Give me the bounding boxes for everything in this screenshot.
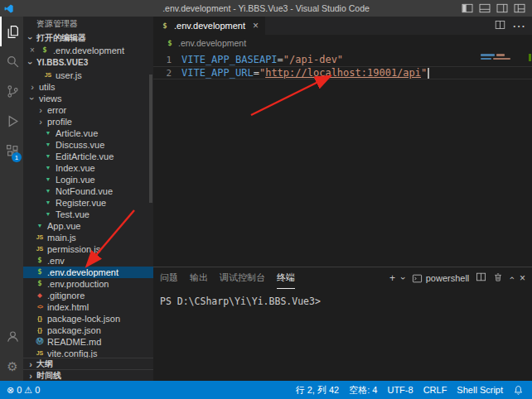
toggle-sidebar-icon[interactable] bbox=[462, 3, 473, 13]
tree-item-NotFound.vue[interactable]: ▼NotFound.vue bbox=[23, 185, 153, 197]
search-icon[interactable] bbox=[0, 46, 23, 76]
tree-item-Register.vue[interactable]: ▼Register.vue bbox=[23, 197, 153, 209]
close-icon[interactable]: × bbox=[28, 46, 36, 55]
tree-item-user.js[interactable]: JSuser.js bbox=[23, 70, 153, 81]
split-editor-icon[interactable] bbox=[495, 18, 505, 33]
vue-file-icon: ▼ bbox=[43, 188, 53, 194]
open-editors-section[interactable]: › 打开的编辑器 bbox=[23, 31, 153, 45]
tree-item-index.html[interactable]: <>index.html bbox=[23, 301, 153, 313]
tree-item-label: vite.config.js bbox=[47, 349, 98, 358]
new-terminal-button[interactable]: + bbox=[389, 272, 395, 284]
tree-item-.gitignore[interactable]: ◆.gitignore bbox=[23, 290, 153, 301]
vue-file-icon: ▼ bbox=[43, 165, 53, 171]
env-file-icon: $ bbox=[35, 257, 45, 264]
chevron-right-icon: › bbox=[27, 359, 35, 369]
window-title: .env.development - Yi.BBS.Vue3 - Visual … bbox=[0, 3, 532, 13]
close-tab-icon[interactable]: × bbox=[253, 20, 259, 31]
chevron-right-icon: › bbox=[36, 117, 45, 127]
toggle-panel-icon[interactable] bbox=[479, 3, 491, 13]
tree-item-.env.development[interactable]: $.env.development bbox=[23, 267, 153, 278]
tree-item-views[interactable]: ›views bbox=[23, 93, 153, 104]
tree-item-label: main.js bbox=[47, 233, 76, 243]
git-file-icon: ◆ bbox=[35, 292, 45, 298]
tree-item-label: Index.vue bbox=[56, 163, 95, 173]
tree-item-label: user.js bbox=[56, 70, 82, 80]
source-control-icon[interactable] bbox=[0, 76, 23, 106]
panel-tab-problems[interactable]: 问题 bbox=[160, 267, 178, 289]
maximize-panel-icon[interactable]: › bbox=[506, 276, 516, 280]
notifications-bell-icon[interactable] bbox=[513, 385, 524, 396]
terminal-content[interactable]: PS D:\CSharp\Yi\Yi.BBS.Vue3> bbox=[153, 289, 532, 381]
vscode-logo-icon bbox=[4, 4, 13, 13]
eol-status[interactable]: CRLF bbox=[423, 385, 447, 395]
tree-item-label: Register.vue bbox=[56, 198, 106, 208]
problems-status[interactable]: ⊗ 0 ⚠ 0 bbox=[7, 385, 40, 396]
sidebar-title: 资源管理器 bbox=[23, 17, 153, 31]
panel-tab-debug-console[interactable]: 调试控制台 bbox=[220, 267, 265, 289]
panel-tab-output[interactable]: 输出 bbox=[190, 267, 208, 289]
breadcrumb[interactable]: $ .env.development bbox=[153, 35, 532, 51]
tab-env-development[interactable]: $ .env.development × bbox=[153, 17, 265, 35]
tree-item-utils[interactable]: ›utils bbox=[23, 81, 153, 93]
open-editor-item[interactable]: × $ .env.development bbox=[23, 45, 153, 56]
env-file-icon: $ bbox=[165, 40, 175, 47]
chevron-down-icon: › bbox=[27, 94, 37, 103]
extensions-badge: 1 bbox=[12, 152, 22, 162]
indentation-status[interactable]: 空格: 4 bbox=[349, 384, 377, 397]
tree-item-label: views bbox=[39, 94, 62, 103]
tree-item-App.vue[interactable]: ▼App.vue bbox=[23, 220, 153, 232]
tree-item-.env[interactable]: $.env bbox=[23, 255, 153, 267]
settings-gear-icon[interactable]: ⚙ bbox=[0, 351, 23, 381]
account-icon[interactable] bbox=[0, 321, 23, 351]
close-panel-icon[interactable]: × bbox=[520, 272, 525, 284]
activity-bar: 1 ⚙ bbox=[0, 17, 23, 381]
vue-file-icon: ▼ bbox=[43, 211, 53, 217]
tree-item-.env.production[interactable]: $.env.production bbox=[23, 278, 153, 290]
tree-item-EditArticle.vue[interactable]: ▼EditArticle.vue bbox=[23, 151, 153, 162]
tree-item-Discuss.vue[interactable]: ▼Discuss.vue bbox=[23, 139, 153, 151]
js-file-icon: JS bbox=[35, 350, 45, 356]
tree-item-package.json[interactable]: {}package.json bbox=[23, 324, 153, 336]
vue-file-icon: ▼ bbox=[43, 153, 53, 159]
project-section[interactable]: › YI.BBS.VUE3 bbox=[23, 56, 153, 70]
code-editor[interactable]: 1VITE_APP_BASEAPI="/api-dev"2VITE_APP_UR… bbox=[153, 51, 532, 267]
kill-terminal-button[interactable] bbox=[493, 272, 503, 285]
cursor-position-status[interactable]: 行 2, 列 42 bbox=[296, 384, 340, 397]
timeline-section[interactable]: › 时间线 bbox=[23, 369, 153, 381]
toggle-secondary-sidebar-icon[interactable] bbox=[496, 3, 508, 13]
tree-item-Index.vue[interactable]: ▼Index.vue bbox=[23, 162, 153, 174]
tree-item-Login.vue[interactable]: ▼Login.vue bbox=[23, 174, 153, 185]
tree-item-error[interactable]: ›error bbox=[23, 104, 153, 116]
code-line-1[interactable]: 1VITE_APP_BASEAPI="/api-dev" bbox=[153, 53, 532, 66]
shell-name: powershell bbox=[426, 273, 470, 283]
shell-selector[interactable]: powershell bbox=[412, 273, 470, 283]
explorer-icon[interactable] bbox=[0, 17, 23, 46]
customize-layout-icon[interactable] bbox=[514, 3, 525, 13]
language-mode-status[interactable]: Shell Script bbox=[457, 385, 503, 395]
extensions-icon[interactable]: 1 bbox=[0, 136, 23, 166]
tree-item-package-lock.json[interactable]: {}package-lock.json bbox=[23, 313, 153, 324]
run-debug-icon[interactable] bbox=[0, 106, 23, 136]
terminal-profile-dropdown-icon[interactable]: › bbox=[399, 276, 409, 280]
sidebar-scrollbar[interactable] bbox=[149, 75, 152, 203]
tree-item-README.md[interactable]: ⓂREADME.md bbox=[23, 336, 153, 348]
tree-item-Test.vue[interactable]: ▼Test.vue bbox=[23, 209, 153, 220]
split-terminal-button[interactable] bbox=[476, 272, 486, 284]
tree-item-main.js[interactable]: JSmain.js bbox=[23, 232, 153, 243]
encoding-status[interactable]: UTF-8 bbox=[387, 385, 413, 395]
minimap[interactable] bbox=[481, 54, 524, 61]
tree-item-label: EditArticle.vue bbox=[56, 151, 114, 161]
code-line-2[interactable]: 2VITE_APP_URL="http://localhost:19001/ap… bbox=[153, 66, 532, 79]
tree-item-vite.config.js[interactable]: JSvite.config.js bbox=[23, 348, 153, 358]
more-actions-icon[interactable]: ⋯ bbox=[512, 18, 525, 34]
chevron-right-icon: › bbox=[28, 82, 36, 92]
outline-section[interactable]: › 大纲 bbox=[23, 358, 153, 369]
tree-item-Article.vue[interactable]: ▼Article.vue bbox=[23, 127, 153, 139]
panel-tab-terminal[interactable]: 终端 bbox=[277, 267, 295, 289]
vue-file-icon: ▼ bbox=[43, 142, 53, 147]
breadcrumb-item[interactable]: .env.development bbox=[178, 38, 246, 48]
open-editor-label: .env.development bbox=[53, 46, 124, 55]
tree-item-profile[interactable]: ›profile bbox=[23, 116, 153, 127]
tree-item-permission.js[interactable]: JSpermission.js bbox=[23, 243, 153, 255]
chevron-right-icon: › bbox=[27, 371, 35, 381]
